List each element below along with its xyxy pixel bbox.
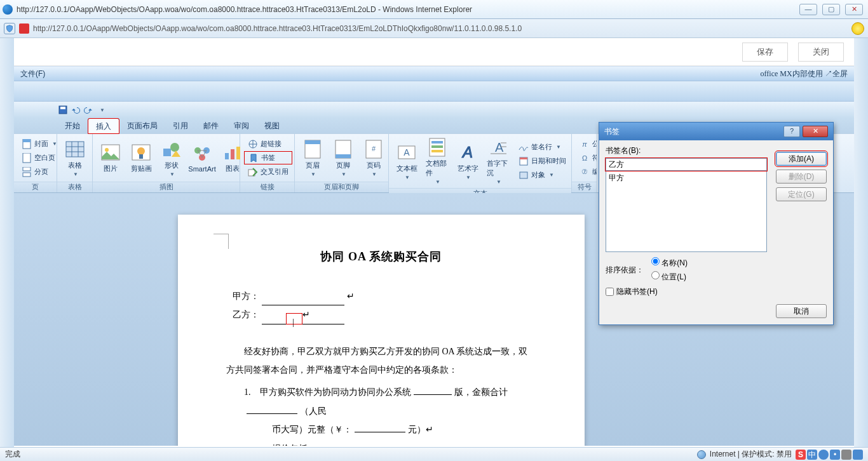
address-url[interactable]: http://127.0.0.1/OAapp/WebObjects/OAapp.…: [33, 24, 848, 33]
svg-rect-37: [431, 145, 443, 148]
app-subbar: 文件(F) office MX内部使用 ↗全屏: [14, 66, 854, 81]
smartart-button[interactable]: SmartArt: [188, 142, 216, 174]
undo-icon[interactable]: [70, 104, 81, 116]
svg-text:#: #: [372, 145, 376, 152]
svg-point-15: [137, 147, 145, 155]
tab-insert[interactable]: 插入: [88, 118, 119, 134]
table-button[interactable]: 表格▼: [61, 138, 89, 178]
sort-location-radio[interactable]: 位置(L): [651, 271, 688, 283]
party-a-blank[interactable]: [262, 294, 344, 305]
header-icon: [302, 139, 323, 159]
window-buttons: — ▢ ✕: [799, 4, 863, 15]
shapes-icon: [161, 139, 182, 159]
ie-titlebar: http://127.0.0.1/OAapp/WebObjects/OAapp.…: [0, 0, 868, 19]
file-menu[interactable]: 文件(F): [20, 69, 45, 79]
svg-rect-5: [23, 167, 31, 171]
textbox-button[interactable]: A文本框▼: [393, 141, 421, 182]
dialog-titlebar[interactable]: 书签 ? ✕: [599, 123, 833, 140]
blank-page-button[interactable]: 空白页: [18, 151, 61, 164]
clipart-icon: [131, 142, 151, 163]
wordart-icon: A: [458, 142, 478, 163]
quickparts-button[interactable]: 文档部件▼: [423, 136, 451, 186]
ime-icon[interactable]: S: [796, 450, 806, 460]
tab-pagelayout[interactable]: 页面布局: [119, 118, 165, 133]
lang-icon[interactable]: 中: [807, 450, 817, 460]
dropcap-icon: A: [488, 137, 508, 157]
tab-mailings[interactable]: 邮件: [196, 118, 226, 133]
footer-button[interactable]: 页脚▼: [329, 138, 357, 178]
party-b-line: 乙方：↵: [233, 305, 536, 324]
tab-view[interactable]: 视图: [257, 118, 287, 133]
header-button[interactable]: 页眉▼: [299, 138, 327, 178]
wordart-button[interactable]: A艺术字▼: [454, 141, 482, 182]
add-button[interactable]: 添加(A): [776, 152, 827, 166]
paragraph-1: 经友好协商，甲乙双方就甲方购买乙方开发的协同 OA 系统达成一致，双方共同签署本…: [226, 342, 536, 380]
datetime-button[interactable]: 日期和时间: [515, 154, 570, 168]
cover-page-button[interactable]: 封面▼: [18, 137, 61, 150]
minimize-button[interactable]: —: [799, 4, 817, 15]
save-button[interactable]: 保存: [742, 43, 788, 62]
punct-icon[interactable]: •: [830, 450, 840, 460]
equation-button[interactable]: π公式: [576, 137, 597, 150]
tab-home[interactable]: 开始: [57, 118, 88, 133]
dialog-title: 书签: [604, 126, 620, 137]
datetime-icon: [519, 156, 529, 166]
brand-label: office MX内部使用: [761, 69, 823, 78]
moon-icon[interactable]: [818, 450, 829, 460]
redo-icon[interactable]: [83, 104, 94, 116]
list-item-1c: 报价包括：↵: [272, 439, 536, 446]
smartart-icon: [192, 144, 212, 164]
cancel-button[interactable]: 取消: [776, 304, 827, 318]
favorites-star-icon[interactable]: [851, 22, 864, 35]
hyperlink-button[interactable]: 超链接: [244, 137, 292, 150]
bookmark-list[interactable]: 甲方: [606, 171, 767, 252]
list-item[interactable]: 甲方: [609, 173, 764, 184]
quickparts-icon: [427, 137, 447, 157]
page-break-button[interactable]: 分页: [18, 165, 61, 178]
bookmark-button[interactable]: 书签: [244, 151, 292, 164]
tab-review[interactable]: 审阅: [226, 118, 257, 133]
security-shield-icon[interactable]: [4, 23, 15, 34]
sort-name-radio[interactable]: 名称(N): [651, 257, 688, 269]
clipart-button[interactable]: 剪贴画: [127, 141, 155, 175]
svg-text:A: A: [403, 147, 410, 157]
dialog-close-button[interactable]: ✕: [803, 126, 828, 137]
document-page[interactable]: 协同 OA 系统购买合同 甲方：↵ 乙方：↵ 经友好协商，甲乙双方就甲方购买乙方…: [178, 215, 585, 446]
blank-amount[interactable]: [247, 403, 297, 414]
svg-rect-46: [520, 172, 527, 178]
svg-rect-36: [431, 141, 443, 144]
maximize-button[interactable]: ▢: [822, 4, 840, 15]
page-favicon-icon: [19, 23, 29, 34]
qat-dropdown-icon[interactable]: ▼: [97, 104, 108, 116]
bookmark-name-input[interactable]: [606, 158, 767, 171]
window-close-button[interactable]: ✕: [845, 4, 863, 15]
svg-rect-3: [23, 139, 31, 142]
delete-button[interactable]: 删除(D): [776, 170, 827, 184]
group-pages-label: 页: [14, 182, 57, 192]
picture-button[interactable]: 图片: [97, 141, 125, 175]
fullscreen-toggle[interactable]: ↗全屏: [825, 69, 848, 78]
close-button[interactable]: 关闭: [798, 43, 844, 62]
save-icon[interactable]: [57, 104, 69, 116]
number-button[interactable]: ⑦编号: [576, 165, 597, 178]
shapes-button[interactable]: 形状▼: [158, 138, 186, 178]
crossref-button[interactable]: 交叉引用: [244, 165, 292, 178]
dropcap-button[interactable]: A首字下沉▼: [484, 136, 512, 186]
crossref-icon: [248, 167, 258, 177]
tab-references[interactable]: 引用: [165, 118, 196, 133]
pagenumber-button[interactable]: #页码▼: [360, 138, 388, 178]
signature-button[interactable]: 签名行▼: [515, 140, 570, 154]
svg-rect-38: [431, 150, 443, 152]
keyboard-icon[interactable]: [841, 450, 851, 460]
hide-bookmarks-check[interactable]: 隐藏书签(H): [606, 286, 827, 297]
blank-version[interactable]: [414, 384, 452, 395]
blank-rmb[interactable]: [355, 421, 405, 432]
symbol-button[interactable]: Ω符号: [576, 151, 597, 164]
app-topbar: 保存 关闭: [14, 38, 854, 66]
sort-row: 排序依据： 名称(N) 位置(L): [606, 257, 827, 283]
svg-point-13: [105, 148, 109, 152]
dialog-help-button[interactable]: ?: [783, 126, 800, 137]
object-button[interactable]: 对象▼: [515, 168, 570, 182]
tool-icon[interactable]: [853, 450, 863, 460]
goto-button[interactable]: 定位(G): [776, 187, 827, 201]
